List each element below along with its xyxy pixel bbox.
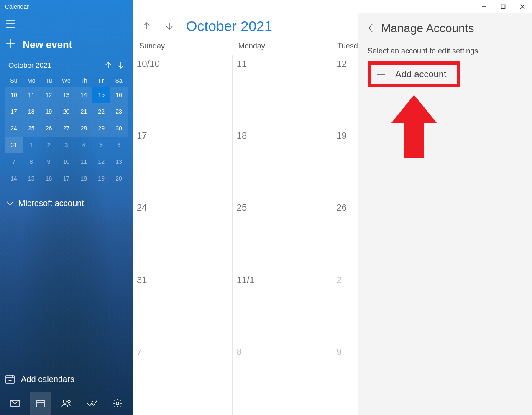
mini-weekday: Th xyxy=(75,75,92,87)
mini-day[interactable]: 6 xyxy=(110,137,128,153)
mini-day[interactable]: 28 xyxy=(75,120,92,137)
hamburger-button[interactable] xyxy=(0,17,133,32)
new-event-button[interactable]: New event xyxy=(0,32,133,59)
mini-day[interactable]: 12 xyxy=(40,87,58,103)
calendar-button[interactable] xyxy=(30,392,51,415)
mini-day[interactable]: 3 xyxy=(58,137,75,153)
mini-day[interactable]: 21 xyxy=(75,103,92,120)
mini-day[interactable]: 20 xyxy=(110,170,128,187)
calendar-cell[interactable]: 25 xyxy=(233,199,332,271)
mini-weekday: Tu xyxy=(40,75,58,87)
add-account-button[interactable]: Add account xyxy=(373,66,455,82)
gear-icon xyxy=(113,399,122,408)
calendar-cell[interactable]: 11 xyxy=(233,55,332,127)
mini-day[interactable]: 27 xyxy=(58,120,75,137)
mini-day[interactable]: 15 xyxy=(92,87,110,103)
mail-button[interactable] xyxy=(4,392,26,415)
mini-weekday: We xyxy=(58,75,75,87)
mini-day[interactable]: 31 xyxy=(5,137,23,153)
prev-period-button[interactable] xyxy=(139,18,154,33)
mini-day[interactable]: 20 xyxy=(58,103,75,120)
account-label: Microsoft account xyxy=(18,199,84,208)
titlebar xyxy=(0,0,532,13)
mail-icon xyxy=(10,400,20,407)
mini-day[interactable]: 10 xyxy=(5,87,23,103)
mini-day[interactable]: 18 xyxy=(75,170,92,187)
calendar-cell[interactable]: 18 xyxy=(233,127,332,199)
calendar-cell[interactable]: 8 xyxy=(233,343,332,415)
mini-prev-button[interactable] xyxy=(105,62,112,70)
calendar-icon xyxy=(36,399,45,408)
mini-day[interactable]: 1 xyxy=(23,137,40,153)
mini-next-button[interactable] xyxy=(118,62,124,70)
calendar-cell[interactable]: 17 xyxy=(133,127,233,199)
calendar-cell[interactable]: 11/1 xyxy=(233,271,332,343)
mini-day[interactable]: 18 xyxy=(23,103,40,120)
mini-day[interactable]: 24 xyxy=(5,120,23,137)
annotation-highlight: Add account xyxy=(368,61,460,87)
chevron-left-icon xyxy=(368,23,373,33)
mini-day[interactable]: 15 xyxy=(23,170,40,187)
mini-day[interactable]: 11 xyxy=(23,87,40,103)
arrow-down-icon xyxy=(165,22,174,30)
calendar-cell[interactable]: 7 xyxy=(133,343,233,415)
people-button[interactable] xyxy=(56,392,77,415)
mini-day[interactable]: 23 xyxy=(110,103,128,120)
mini-day[interactable]: 13 xyxy=(58,87,75,103)
calendar-cell[interactable]: 10/10 xyxy=(133,55,233,127)
new-event-label: New event xyxy=(23,39,72,51)
mini-weekday: Su xyxy=(5,75,23,87)
minimize-button[interactable] xyxy=(474,0,494,13)
mini-day[interactable]: 14 xyxy=(5,170,23,187)
month-title[interactable]: October 2021 xyxy=(186,18,272,34)
close-button[interactable] xyxy=(513,0,532,13)
todo-button[interactable] xyxy=(81,392,103,415)
add-calendars-button[interactable]: Add calendars xyxy=(0,370,133,388)
mini-day[interactable]: 22 xyxy=(92,103,110,120)
mini-day[interactable]: 9 xyxy=(40,153,58,170)
maximize-icon xyxy=(501,4,506,9)
plus-icon xyxy=(6,39,15,50)
mini-day[interactable]: 5 xyxy=(92,137,110,153)
panel-back-button[interactable] xyxy=(368,23,373,34)
mini-day[interactable]: 13 xyxy=(110,153,128,170)
mini-day[interactable]: 14 xyxy=(75,87,92,103)
calendar-cell[interactable]: 24 xyxy=(133,199,233,271)
add-calendars-label: Add calendars xyxy=(21,374,74,384)
maximize-button[interactable] xyxy=(494,0,513,13)
calendar-cell[interactable]: 31 xyxy=(133,271,233,343)
mini-day[interactable]: 8 xyxy=(23,153,40,170)
svg-point-18 xyxy=(63,400,66,403)
mini-calendar-title[interactable]: October 2021 xyxy=(8,61,51,70)
svg-point-20 xyxy=(116,402,119,405)
mini-day[interactable]: 19 xyxy=(92,170,110,187)
mini-day[interactable]: 17 xyxy=(58,170,75,187)
mini-day[interactable]: 29 xyxy=(92,120,110,137)
settings-button[interactable] xyxy=(107,392,128,415)
mini-day[interactable]: 10 xyxy=(58,153,75,170)
mini-day[interactable]: 2 xyxy=(40,137,58,153)
mini-day[interactable]: 16 xyxy=(110,87,128,103)
mini-day[interactable]: 26 xyxy=(40,120,58,137)
next-period-button[interactable] xyxy=(162,18,177,33)
svg-rect-30 xyxy=(501,5,505,9)
mini-day[interactable]: 7 xyxy=(5,153,23,170)
sidebar: Calendar New event October 2021 xyxy=(0,0,133,415)
mini-day[interactable]: 25 xyxy=(23,120,40,137)
mini-day[interactable]: 19 xyxy=(40,103,58,120)
panel-title: Manage Accounts xyxy=(381,22,474,35)
mini-day[interactable]: 4 xyxy=(75,137,92,153)
minimize-icon xyxy=(481,4,486,9)
mini-day[interactable]: 30 xyxy=(110,120,128,137)
mini-day[interactable]: 16 xyxy=(40,170,58,187)
panel-subtitle: Select an account to edit settings. xyxy=(368,47,523,56)
close-icon xyxy=(520,4,525,9)
account-toggle[interactable]: Microsoft account xyxy=(0,187,133,211)
annotation-arrow-icon xyxy=(391,95,523,159)
arrow-up-icon xyxy=(143,22,151,30)
mini-day[interactable]: 17 xyxy=(5,103,23,120)
manage-accounts-panel: Manage Accounts Select an account to edi… xyxy=(358,13,532,415)
mini-day[interactable]: 11 xyxy=(75,153,92,170)
add-account-label: Add account xyxy=(395,69,446,80)
mini-day[interactable]: 12 xyxy=(92,153,110,170)
